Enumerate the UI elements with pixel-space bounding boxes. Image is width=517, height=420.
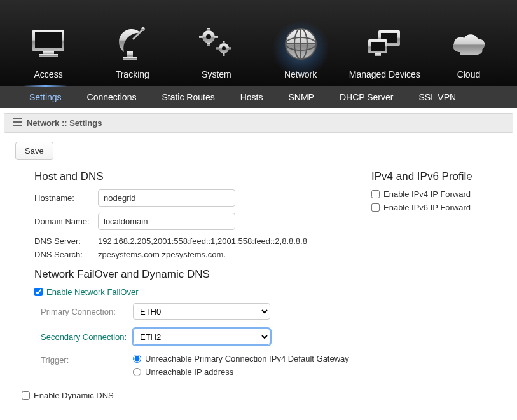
topnav-tracking[interactable]: Tracking bbox=[90, 25, 174, 79]
trigger-radio-gateway[interactable] bbox=[133, 355, 141, 363]
svg-rect-6 bbox=[123, 57, 137, 60]
topnav-network[interactable]: Network bbox=[259, 25, 343, 79]
subnav-hosts[interactable]: Hosts bbox=[228, 86, 276, 108]
save-button[interactable]: Save bbox=[15, 142, 53, 160]
svg-rect-15 bbox=[223, 41, 225, 44]
svg-point-14 bbox=[222, 46, 226, 50]
ipv6-forward-checkbox[interactable] bbox=[371, 203, 380, 212]
dns-server-label: DNS Server: bbox=[34, 236, 98, 246]
svg-rect-12 bbox=[214, 36, 218, 38]
breadcrumb-text: Network :: Settings bbox=[27, 118, 102, 128]
menu-icon[interactable] bbox=[13, 118, 22, 128]
svg-rect-28 bbox=[371, 42, 385, 51]
subnav-connections[interactable]: Connections bbox=[74, 86, 149, 108]
primary-connection-select[interactable]: ETH0 bbox=[133, 303, 270, 320]
globe-icon bbox=[283, 25, 319, 63]
trigger-option-ip: Unreachable IP address bbox=[145, 367, 233, 377]
svg-rect-2 bbox=[43, 51, 54, 54]
host-dns-heading: Host and DNS bbox=[34, 170, 371, 183]
ipv4-forward-label: Enable IPv4 IP Forward bbox=[383, 189, 471, 199]
enable-failover-label: Enable Network FailOver bbox=[46, 287, 139, 297]
trigger-label: Trigger: bbox=[41, 354, 133, 381]
svg-rect-16 bbox=[223, 53, 225, 56]
ipv4-forward-checkbox[interactable] bbox=[371, 190, 380, 198]
svg-point-4 bbox=[141, 27, 145, 31]
secondary-connection-select[interactable]: ETH2 bbox=[133, 329, 270, 345]
svg-rect-9 bbox=[207, 28, 210, 31]
topnav-label: Cloud bbox=[457, 69, 481, 79]
svg-rect-3 bbox=[39, 54, 58, 57]
topnav-label: Access bbox=[34, 69, 63, 79]
hostname-label: Hostname: bbox=[34, 193, 98, 203]
dns-search-value: zpesystems.com zpesystems.com. bbox=[98, 250, 226, 259]
enable-dyndns-checkbox[interactable] bbox=[22, 391, 30, 400]
enable-failover-checkbox[interactable] bbox=[34, 288, 43, 296]
topnav-label: Managed Devices bbox=[349, 69, 420, 79]
svg-rect-30 bbox=[13, 118, 22, 119]
topnav-access[interactable]: Access bbox=[6, 25, 90, 79]
ipv-profile-heading: IPv4 and IPv6 Profile bbox=[371, 170, 502, 183]
svg-rect-17 bbox=[216, 48, 219, 50]
topnav-label: Tracking bbox=[116, 69, 149, 79]
breadcrumb-bar: Network :: Settings bbox=[4, 113, 513, 133]
devices-icon bbox=[366, 25, 404, 63]
trigger-radio-ip[interactable] bbox=[133, 368, 141, 376]
subnav-ssl-vpn[interactable]: SSL VPN bbox=[406, 86, 469, 108]
svg-rect-31 bbox=[13, 121, 22, 123]
svg-rect-29 bbox=[375, 53, 381, 56]
svg-rect-11 bbox=[199, 36, 203, 38]
topnav-label: Network bbox=[284, 69, 317, 79]
subnav-settings[interactable]: Settings bbox=[17, 86, 74, 108]
primary-connection-label: Primary Connection: bbox=[41, 307, 133, 316]
cloud-icon bbox=[449, 25, 488, 63]
secondary-connection-label: Secondary Connection: bbox=[41, 332, 133, 342]
svg-rect-10 bbox=[207, 43, 210, 46]
topnav-label: System bbox=[202, 69, 231, 79]
topnav-cloud[interactable]: Cloud bbox=[427, 25, 511, 79]
trigger-option-gateway: Unreachable Primary Connection IPv4 Defa… bbox=[145, 354, 349, 363]
subnav-static-routes[interactable]: Static Routes bbox=[149, 86, 227, 108]
subnav-snmp[interactable]: SNMP bbox=[275, 86, 326, 108]
content: Save Host and DNS Hostname: Domain Name:… bbox=[0, 133, 517, 420]
ipv6-forward-label: Enable IPv6 IP Forward bbox=[383, 203, 471, 212]
domain-name-input[interactable] bbox=[98, 213, 235, 230]
dns-search-label: DNS Search: bbox=[34, 250, 98, 259]
enable-dyndns-label: Enable Dynamic DNS bbox=[34, 391, 114, 400]
domain-name-label: Domain Name: bbox=[34, 217, 98, 226]
subnav-dhcp-server[interactable]: DHCP Server bbox=[327, 86, 406, 108]
svg-rect-18 bbox=[228, 48, 231, 50]
hostname-input[interactable] bbox=[98, 189, 235, 207]
svg-rect-32 bbox=[13, 125, 22, 126]
top-nav: Access Tracking bbox=[0, 0, 517, 86]
satellite-dish-icon bbox=[115, 25, 149, 63]
svg-rect-1 bbox=[35, 32, 62, 48]
topnav-system[interactable]: System bbox=[174, 25, 258, 79]
sub-nav: Settings Connections Static Routes Hosts… bbox=[0, 86, 517, 108]
monitor-icon bbox=[31, 25, 65, 63]
topnav-managed-devices[interactable]: Managed Devices bbox=[343, 25, 427, 79]
failover-heading: Network FailOver and Dynamic DNS bbox=[34, 268, 371, 281]
svg-point-8 bbox=[206, 34, 211, 39]
gears-icon bbox=[198, 25, 234, 63]
dns-server-value: 192.168.2.205,2001:558:feed::1,2001:558:… bbox=[98, 236, 307, 246]
